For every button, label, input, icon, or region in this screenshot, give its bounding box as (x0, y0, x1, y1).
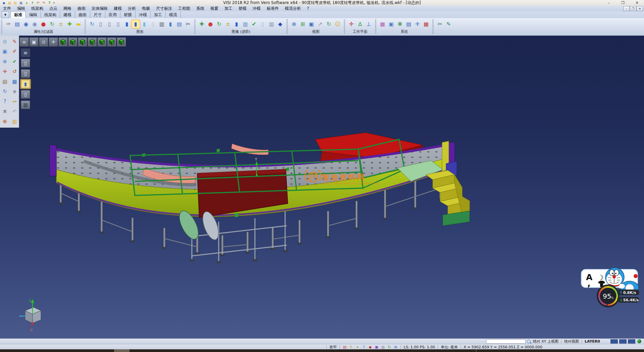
menu-die[interactable]: 冲模 (250, 6, 264, 11)
menu-surface[interactable]: 曲面 (74, 6, 89, 11)
tab-flow[interactable]: 模流 (166, 11, 181, 18)
wireframe-icon[interactable]: ▯ (97, 20, 105, 28)
view-left-cube[interactable] (97, 37, 107, 47)
snap-entity-icon[interactable]: ✎ (348, 345, 354, 349)
mdi-restore-button[interactable]: ❐ (630, 6, 636, 11)
zoom-extents-icon[interactable]: ⊞ (299, 20, 307, 28)
menu-standard-parts[interactable]: 标准件 (264, 6, 282, 11)
workplane-create-icon[interactable]: ∆ (356, 20, 364, 28)
menu-mold[interactable]: 塑模 (235, 6, 250, 11)
view-bottom-cube[interactable] (68, 37, 77, 47)
toolbar-grip[interactable] (194, 19, 196, 34)
zoom-window-icon[interactable]: ▣ (1, 48, 9, 55)
strip-hidden-icon[interactable]: ▯ (21, 69, 30, 78)
menu-analysis[interactable]: 分析 (125, 6, 139, 11)
command-input[interactable] (486, 339, 526, 344)
view-front-cube[interactable] (78, 37, 87, 47)
delete-trash-icon[interactable]: ✖ (1, 107, 9, 115)
help-app-icon[interactable]: ? (47, 1, 52, 5)
toolbar-grip[interactable] (286, 19, 288, 34)
menu-drawing[interactable]: 工程图 (175, 6, 193, 11)
strip-transparent-icon[interactable]: ▯ (21, 90, 30, 99)
close-button[interactable]: ✕ (630, 0, 644, 6)
measure-distance-icon[interactable]: ↔ (11, 98, 18, 105)
view-menu-icon[interactable]: ≡ (19, 37, 29, 47)
adv-hatch-icon[interactable]: ▥ (267, 20, 276, 28)
attr-paint-icon[interactable]: ✑ (4, 20, 13, 28)
workplane-align-icon[interactable]: ⊥ (365, 20, 373, 28)
hide-entity-icon[interactable]: ◉ (31, 20, 39, 28)
menu-wireframe[interactable]: 线架构 (28, 6, 46, 11)
strip-hatched-icon[interactable]: ▥ (21, 100, 30, 109)
snap-toggle-icon[interactable]: ✂ (436, 20, 444, 28)
adv-refresh-icon[interactable]: ↻ (215, 20, 223, 28)
adv-shaded-icon[interactable]: ▮ (232, 20, 241, 28)
menu-help[interactable]: ? (304, 6, 312, 11)
adv-cube-icon[interactable]: ◆ (276, 20, 284, 28)
render-settings-icon[interactable]: ▤ (175, 20, 183, 28)
desktop-widget[interactable]: A ☽ , 95 (579, 267, 644, 310)
strip-shaded-icon[interactable]: ▮ (21, 80, 30, 88)
strip-wireframe-icon[interactable]: ▯ (21, 59, 30, 68)
snap-rotate-icon[interactable]: ↻ (387, 345, 392, 349)
dynamic-view-icon[interactable]: ⊙ (39, 37, 48, 47)
tile-windows-icon[interactable]: ▦ (11, 78, 18, 85)
view-right-cube[interactable] (107, 37, 116, 47)
hidden-line-icon[interactable]: ▯ (105, 20, 114, 28)
show-entity-icon[interactable]: ◉ (22, 20, 30, 28)
toggle-visibility-icon[interactable]: ± (57, 20, 65, 28)
tab-apply[interactable]: 应用 (105, 11, 120, 18)
snap-edit-icon[interactable]: ✎ (444, 20, 453, 28)
panel-config-icon[interactable]: ▤ (405, 20, 413, 28)
view-refresh-icon[interactable]: ↻ (325, 20, 333, 28)
menu-modeling[interactable]: 建模 (111, 6, 125, 11)
hide-selected-icon[interactable]: ▬ (74, 20, 83, 28)
help-question-icon[interactable]: ? (1, 98, 9, 105)
color-palette-icon[interactable]: ▦ (378, 20, 387, 28)
redo-icon[interactable]: ↷ (41, 1, 46, 5)
regen-shading-icon[interactable]: ↻ (88, 20, 96, 28)
strip-handle-icon[interactable]: ≡ (21, 48, 30, 57)
absolute-view-label[interactable]: 绝对视图 (563, 339, 580, 344)
zoom-in-icon[interactable]: ⊕ (290, 20, 298, 28)
menu-dimension[interactable]: 尺寸标注 (153, 6, 175, 11)
units-readout[interactable]: 单位: 毫米 (440, 345, 459, 350)
spiral-edit-icon[interactable]: ↺ (11, 68, 18, 75)
menu-file[interactable]: 文件 (0, 6, 14, 11)
workplane-axis-icon[interactable]: ✛ (347, 20, 356, 28)
zoom-actual-icon[interactable]: ▣ (307, 20, 316, 28)
flat-shaded-icon[interactable]: ▯ (149, 20, 157, 28)
selection-config-icon[interactable]: ✛ (413, 20, 422, 28)
taskbar-edge[interactable] (0, 349, 644, 352)
snap-help-icon[interactable]: ? (361, 345, 366, 349)
snap-window-icon[interactable]: ⊞ (393, 345, 398, 349)
menu-electrode[interactable]: 电极 (139, 6, 153, 11)
tab-standard[interactable]: 标准 (10, 11, 26, 18)
view-iso-cube[interactable] (117, 37, 126, 47)
menu-mesh[interactable]: 网格 (60, 6, 74, 11)
menu-solid-edit[interactable]: 实体编辑 (89, 6, 111, 11)
new-file-icon[interactable]: ▤ (7, 1, 12, 5)
snap-grid-icon[interactable]: ▤ (342, 345, 347, 349)
shaded-edges-icon[interactable]: ▮ (131, 20, 140, 28)
adv-toggle-icon[interactable]: ± (224, 20, 232, 28)
window-style-icon[interactable]: ▣ (387, 20, 395, 28)
lock-toggle[interactable]: 拴牢 (328, 345, 338, 350)
menu-system[interactable]: 系统 (193, 6, 207, 11)
adv-tag-icon[interactable]: ▯ (259, 20, 267, 28)
tab-machining[interactable]: 加工 (151, 11, 166, 18)
save-icon[interactable]: ▦ (18, 1, 23, 5)
view-back-cube[interactable] (88, 37, 97, 47)
tab-dropdown-icon[interactable]: ▼ (2, 11, 9, 18)
shaded-wire-icon[interactable]: ▮ (166, 20, 175, 28)
snap-cube-icon[interactable]: ▣ (374, 345, 379, 349)
menu-pointcloud[interactable]: 点云 (46, 6, 60, 11)
regenerate-icon[interactable]: ↻ (1, 88, 9, 95)
dynamic-zoom-icon[interactable]: ⊙ (1, 38, 9, 45)
menu-machining[interactable]: 加工 (221, 6, 235, 11)
tab-edit[interactable]: 编辑 (26, 11, 41, 18)
mdi-minimize-button[interactable]: – (623, 6, 630, 11)
pan-arrow-icon[interactable]: ↗ (316, 20, 324, 28)
refresh-visibility-icon[interactable]: ↻ (48, 20, 56, 28)
tab-die[interactable]: 冲模 (136, 11, 151, 18)
